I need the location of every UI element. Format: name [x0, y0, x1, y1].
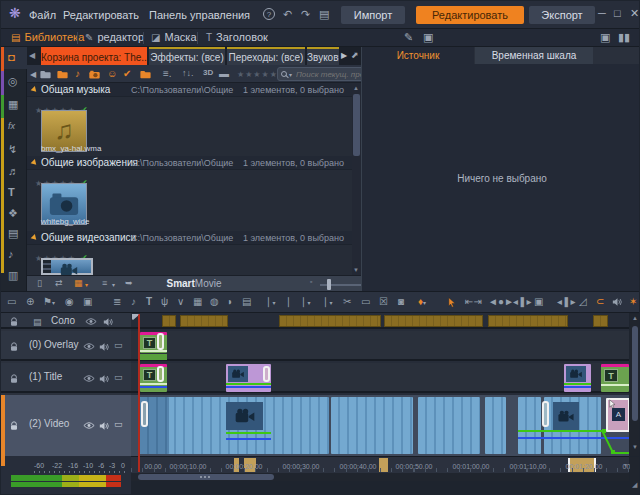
filter-face-icon[interactable]: ☺: [107, 68, 117, 79]
clip-trim-handle[interactable]: [157, 366, 164, 382]
video-clip[interactable]: [518, 397, 541, 454]
overlay-mode-icon[interactable]: ▣: [534, 296, 543, 307]
track-view-icon[interactable]: ▭: [114, 419, 123, 429]
sidebar-titles-icon[interactable]: T: [8, 186, 15, 198]
time-ruler[interactable]: 00.00 00:00:10.00 00:00:20.00 00:00:30.0…: [131, 456, 629, 473]
sidebar-fx-icon[interactable]: fx: [8, 121, 15, 131]
scroll-down-icon[interactable]: ▼: [353, 267, 359, 273]
timeline-tracks-area[interactable]: T T: [131, 313, 629, 456]
record-icon[interactable]: ◉: [65, 296, 74, 307]
sidebar-layers-icon[interactable]: ▤: [8, 227, 18, 240]
snapshot-icon[interactable]: ◙: [398, 296, 404, 307]
track-view-icon[interactable]: ▭: [114, 372, 123, 382]
group-expand-icon[interactable]: [31, 234, 39, 242]
library-scroll-thumb[interactable]: [353, 94, 360, 156]
sidebar-globe-icon[interactable]: ◎: [8, 75, 18, 88]
export-button[interactable]: Экспорт: [529, 6, 595, 24]
group-header-music[interactable]: Общая музыка C:\Пользователи\Общие 1 эле…: [27, 83, 352, 97]
document-icon[interactable]: ▤: [319, 8, 329, 21]
pin-marker-icon[interactable]: ♦▾: [418, 296, 426, 307]
resize-grip-icon[interactable]: ◢: [632, 481, 637, 489]
dual-view-icon[interactable]: ▮▮: [618, 31, 630, 44]
help-icon[interactable]: ?: [263, 8, 275, 20]
navigator-block[interactable]: [488, 315, 568, 327]
playhead[interactable]: [138, 314, 140, 472]
tab-transitions[interactable]: Переходы: (все): [227, 47, 305, 65]
video-clip[interactable]: [418, 397, 480, 454]
navigator-block[interactable]: [180, 315, 228, 327]
sidebar-score-icon[interactable]: ♪: [8, 248, 14, 260]
razor-icon[interactable]: ✂: [343, 296, 351, 307]
frame-icon[interactable]: ▭: [361, 296, 370, 307]
zoom-slider-thumb[interactable]: [327, 279, 331, 290]
search-input[interactable]: [294, 69, 370, 80]
overlay-clip-audio-part[interactable]: [140, 354, 167, 360]
timeline-settings-icon[interactable]: ⊕: [26, 296, 34, 307]
tab-title[interactable]: TЗаголовок: [206, 31, 268, 43]
scroll-down-icon[interactable]: ▼: [632, 444, 638, 450]
title-tool-icon[interactable]: T: [146, 296, 152, 307]
master-eye-icon[interactable]: [85, 316, 97, 326]
keyboard-icon[interactable]: ▤: [242, 296, 251, 307]
search-dropdown-icon[interactable]: ▾: [289, 71, 292, 78]
master-speaker-icon[interactable]: [103, 316, 113, 327]
volume-keyframe-green[interactable]: [518, 430, 605, 432]
voiceover-icon[interactable]: ∨: [177, 296, 184, 307]
filter-folder-icon[interactable]: [140, 68, 151, 79]
blob-icon[interactable]: ◗: [227, 296, 233, 307]
speaker-icon[interactable]: [99, 341, 109, 352]
timeline-vscrollbar[interactable]: ▲ ▼: [630, 314, 640, 456]
trash-icon[interactable]: ☒: [379, 296, 388, 307]
track-header-title[interactable]: (1) Title ▭: [1, 363, 131, 393]
track-row-video[interactable]: A: [131, 395, 629, 456]
video-clip[interactable]: [331, 397, 413, 454]
audio-trim-icon[interactable]: ◂❚▸: [557, 296, 575, 307]
tab-editor[interactable]: ✎редактор: [85, 31, 144, 43]
trim-roll-icon[interactable]: ◄●►: [488, 296, 514, 307]
menu-edit[interactable]: Редактировать: [63, 9, 139, 21]
menu-file[interactable]: Файл: [29, 9, 56, 21]
menu-control-panel[interactable]: Панель управления: [149, 9, 250, 21]
close-icon[interactable]: ✕: [630, 7, 639, 20]
track-row-title[interactable]: T T: [131, 363, 629, 393]
solo-label[interactable]: Соло: [51, 315, 75, 326]
volume-keyframe-green[interactable]: [226, 432, 271, 434]
track-row-overlay[interactable]: T: [131, 331, 629, 361]
video-clip[interactable]: [485, 397, 506, 454]
sort-icon[interactable]: ↑↓.: [182, 68, 194, 78]
volume-keyframe-blue[interactable]: [226, 438, 271, 440]
navigator-block[interactable]: [384, 315, 483, 327]
sidebar-case-icon[interactable]: ▦: [8, 98, 18, 111]
open-bin-icon[interactable]: [57, 68, 68, 79]
copy-view-icon[interactable]: ▣: [423, 31, 433, 44]
minimize-icon[interactable]: ─: [598, 7, 606, 19]
timeline-vscroll-thumb[interactable]: [632, 326, 638, 421]
volume-keyframe-green[interactable]: [613, 452, 629, 454]
group-header-images[interactable]: Общие изображения C:\Пользователи\Общие …: [27, 156, 352, 170]
audio-mixer-icon[interactable]: ≣: [113, 296, 121, 307]
tabs-scroll-left-icon[interactable]: ◀: [29, 52, 35, 60]
tab-effects[interactable]: Эффекты: (все): [149, 47, 225, 65]
redo-icon[interactable]: ↷: [301, 8, 310, 21]
scroll-up-icon[interactable]: ▲: [353, 85, 359, 91]
sidebar-project-bin-icon[interactable]: ◘: [8, 51, 15, 63]
eye-icon[interactable]: [83, 341, 95, 351]
clip-trim-handle[interactable]: [263, 366, 270, 382]
video-thumbnail[interactable]: [41, 258, 93, 275]
duplicate-view-icon[interactable]: ▣: [600, 31, 610, 44]
marker-out2-icon[interactable]: ❘▾: [321, 296, 332, 307]
magic-wand-icon[interactable]: ✶: [629, 296, 637, 307]
back-icon[interactable]: ◀: [30, 70, 36, 79]
navigator-block[interactable]: [162, 315, 176, 327]
ruler-dropdown-icon[interactable]: ▾: [624, 461, 627, 468]
sidebar-film-icon[interactable]: ▥: [8, 269, 18, 282]
multicam-grid-icon[interactable]: ▦: [193, 296, 202, 307]
library-scrollbar[interactable]: ▲ ▼: [352, 83, 361, 275]
group-list-icon[interactable]: ≡.: [163, 68, 172, 79]
tabs-scroll-right-icon[interactable]: ▶: [341, 52, 347, 60]
edit-mode-button[interactable]: Редактировать: [416, 6, 524, 24]
select-cursor-icon[interactable]: [448, 296, 456, 308]
audio-note-icon[interactable]: ♪: [131, 296, 136, 307]
group-expand-icon[interactable]: [31, 159, 39, 167]
group-expand-icon[interactable]: [31, 86, 39, 94]
